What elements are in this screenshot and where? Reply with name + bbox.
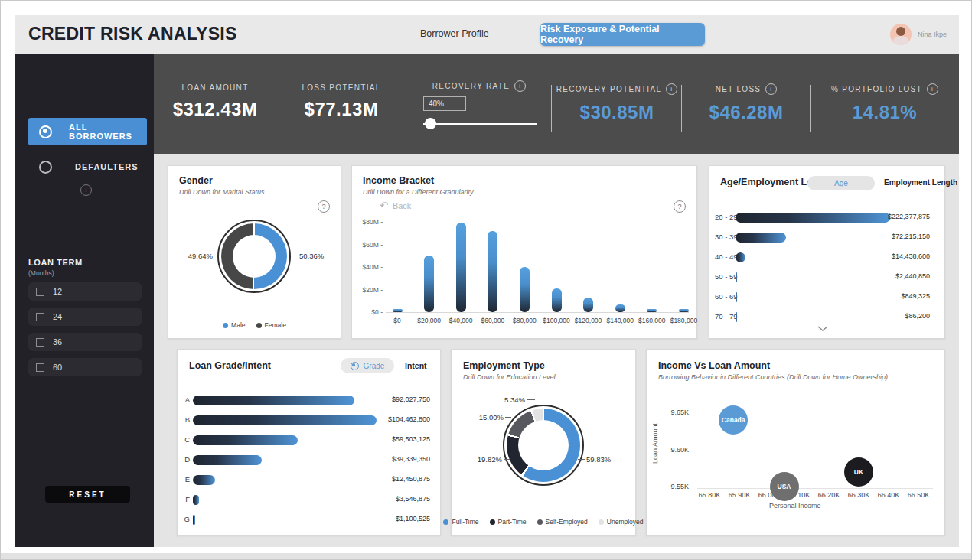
bar[interactable] <box>456 223 466 312</box>
loan-term-label: 60 <box>53 363 62 372</box>
scatter-bubble-uk[interactable]: UK <box>844 457 873 487</box>
kpi-label-text: RECOVERY POTENTIAL <box>556 85 662 93</box>
bar[interactable] <box>615 304 625 312</box>
bar[interactable] <box>736 252 745 262</box>
legend-item[interactable]: Female <box>256 321 286 329</box>
checkbox-icon[interactable] <box>36 288 44 296</box>
x-axis-label: 66.40K <box>873 491 904 499</box>
x-axis-label: $180,000 <box>661 317 706 324</box>
recovery-rate-slider[interactable] <box>423 118 537 130</box>
legend-item[interactable]: Part-Time <box>490 518 527 526</box>
y-axis-label: $40M - <box>357 263 383 271</box>
bar[interactable] <box>583 298 593 312</box>
bar[interactable] <box>736 312 737 322</box>
kpi-value: $77.13M <box>305 99 379 120</box>
sidebar-item-all-borrowers[interactable]: ALL BORROWERS <box>28 118 147 145</box>
loan-term-label: 36 <box>53 337 62 347</box>
legend-label: Full-Time <box>452 518 478 526</box>
bar[interactable] <box>736 233 786 243</box>
value-label: $3,546,875 <box>396 495 430 503</box>
radio-unselected-icon[interactable] <box>39 161 52 174</box>
avatar[interactable] <box>890 24 912 45</box>
checkbox-icon[interactable] <box>36 363 44 372</box>
slice-percentage-label: 59.83% <box>586 455 611 464</box>
loan-term-option[interactable]: 12 <box>28 282 142 301</box>
loan-term-option[interactable]: 60 <box>28 358 142 376</box>
slice-percentage-label: 49.64% <box>178 252 213 260</box>
bar[interactable] <box>552 288 562 312</box>
category-label: D <box>181 455 190 464</box>
reset-button[interactable]: RESET <box>45 486 130 503</box>
bar[interactable] <box>193 455 262 465</box>
kpi-label: RECOVERY RATE i <box>432 80 526 92</box>
legend-item[interactable]: Male <box>223 321 245 329</box>
bar[interactable] <box>647 309 657 312</box>
checkbox-icon[interactable] <box>36 313 44 321</box>
bar[interactable] <box>393 309 403 312</box>
donut-chart[interactable] <box>221 223 287 289</box>
recovery-rate-input[interactable]: 40% <box>423 96 466 111</box>
help-icon[interactable]: ? <box>674 200 686 213</box>
bar[interactable] <box>193 495 199 505</box>
info-icon[interactable]: i <box>514 80 526 92</box>
bar[interactable] <box>679 309 689 312</box>
info-icon[interactable]: i <box>80 184 92 196</box>
bar[interactable] <box>736 213 890 223</box>
chart-title: Income Vs Loan Amount <box>658 360 770 371</box>
loan-term-option[interactable]: 24 <box>28 308 142 326</box>
bar[interactable] <box>520 267 530 312</box>
sidebar-item-defaulters[interactable]: DEFAULTERS <box>28 158 147 175</box>
bar[interactable] <box>193 415 377 425</box>
scatter-bubble-canada[interactable]: Canada <box>719 405 748 435</box>
legend-item[interactable]: Full-Time <box>443 518 478 526</box>
value-label: $1,100,525 <box>396 515 430 523</box>
info-icon[interactable]: i <box>765 83 777 95</box>
info-icon[interactable]: i <box>666 83 677 95</box>
checkbox-icon[interactable] <box>36 338 44 347</box>
kpi-label: NET LOSS i <box>716 83 778 95</box>
y-axis-label: 9.60K <box>666 446 689 454</box>
bar[interactable] <box>488 231 497 312</box>
loan-term-option[interactable]: 36 <box>28 333 142 351</box>
slider-handle[interactable] <box>425 118 436 129</box>
bar[interactable] <box>193 396 354 405</box>
kpi-loan-amount: LOAN AMOUNT $312.43M <box>154 54 276 154</box>
undo-arrow-icon: ↶ <box>380 200 388 211</box>
bar[interactable] <box>424 256 434 312</box>
donut-chart[interactable] <box>507 409 580 482</box>
toggle-age[interactable]: Age <box>807 176 875 190</box>
value-label: $222,377,875 <box>888 213 930 220</box>
slider-track[interactable] <box>423 123 537 125</box>
bar[interactable] <box>736 272 737 282</box>
help-icon[interactable]: ? <box>318 200 330 213</box>
kpi-portfolio-lost: % PORTFOLIO LOST i 14.81% <box>811 54 959 154</box>
bar[interactable] <box>193 515 195 525</box>
loan-term-label: 12 <box>53 287 62 296</box>
toggle-grade[interactable]: Grade <box>341 358 394 373</box>
bar[interactable] <box>193 435 298 445</box>
legend-label: Female <box>265 321 286 329</box>
chart-title: Gender <box>179 175 213 186</box>
toggle-employment-length[interactable]: Employment Length <box>884 178 957 187</box>
chart-subtitle: Drill Down for Education Level <box>463 373 556 381</box>
kpi-band: LOAN AMOUNT $312.43M LOSS POTENTIAL $77.… <box>154 54 959 154</box>
toggle-intent[interactable]: Intent <box>405 361 427 370</box>
bar[interactable] <box>736 292 737 302</box>
x-axis-label: 66.30K <box>843 491 874 499</box>
chart-subtitle: Drill Down for Marital Status <box>179 188 265 196</box>
back-label: Back <box>393 201 411 210</box>
scatter-bubble-usa[interactable]: USA <box>770 472 799 501</box>
back-button[interactable]: ↶ Back <box>380 200 411 211</box>
category-label: E <box>181 475 190 483</box>
legend-item[interactable]: Unemployed <box>599 518 644 526</box>
bar[interactable] <box>193 475 215 485</box>
x-axis-label: 66.20K <box>814 491 844 499</box>
radio-selected-icon[interactable] <box>39 125 52 138</box>
info-icon[interactable]: i <box>927 83 938 95</box>
y-axis-label: $0 - <box>357 308 383 316</box>
legend-item[interactable]: Self-Employed <box>537 518 588 526</box>
slice-percentage-label: 5.34% <box>496 396 525 404</box>
expand-chevron-icon[interactable] <box>817 321 829 335</box>
tab-borrower-profile[interactable]: Borrower Profile <box>420 28 489 39</box>
tab-risk-exposure-button[interactable]: Risk Exposure & Potential Recovery <box>540 23 705 46</box>
